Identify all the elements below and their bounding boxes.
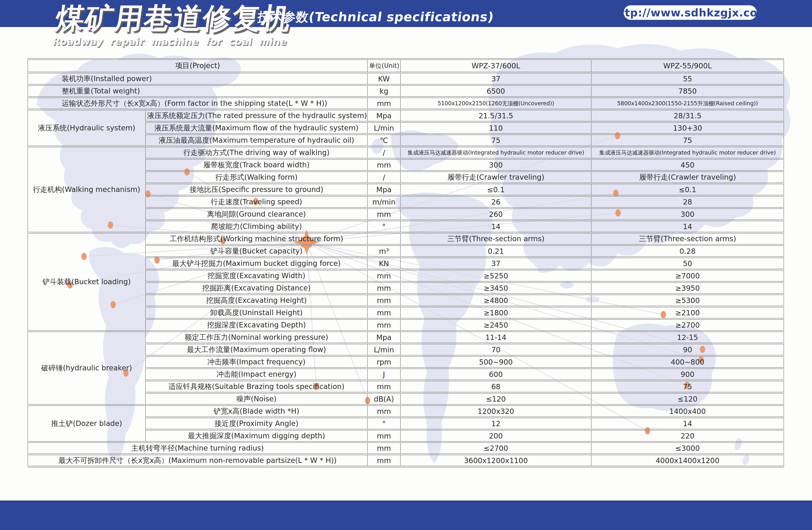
value-cell-model1: 68	[401, 380, 591, 393]
unit-cell: KW	[367, 73, 401, 85]
col-header-model1: WPZ-37/600L	[401, 59, 591, 73]
value-cell-model1: 三节臂(Three-section arms)	[401, 233, 591, 245]
unit-cell: J	[367, 368, 401, 380]
value-cell-model1: 37	[401, 73, 591, 85]
value-cell-model1: 75	[401, 134, 591, 147]
spec-item-cell: 铲斗容量(Bucket capacity)	[145, 245, 367, 257]
unit-cell: °	[367, 221, 401, 233]
spec-item-cell: 噪声(Noise)	[145, 393, 367, 405]
value-cell-model2: 7850	[591, 85, 784, 97]
unit-cell	[367, 233, 401, 245]
value-cell-model2: 集成液压马达减速器驱动(Integrated hydraulic motor r…	[591, 147, 784, 159]
spec-item-cell: 最大不可拆卸件尺寸（长x宽x高）(Maximum non-removable p…	[28, 455, 367, 467]
value-cell-model1: 3600x1200x1100	[401, 455, 591, 467]
unit-cell: /	[367, 147, 401, 159]
value-cell-model1: 5100x1200x2150(1260无顶棚(Uncovered))	[401, 97, 591, 110]
value-cell-model1: ≥1800	[401, 307, 591, 319]
spec-item-cell: 行走形式(Walking form)	[145, 171, 367, 183]
category-cell: 破碎锤(hydraulic breaker)	[28, 331, 145, 405]
spec-item-cell: 主机转弯半径(Machine turning radius)	[28, 442, 367, 455]
unit-cell: mm	[367, 455, 401, 467]
spec-row: 推土铲(Dozer blade)铲宽x高(Blade width *H)mm12…	[28, 405, 784, 418]
value-cell-model2: 14	[591, 418, 784, 430]
spec-item-cell: 行走驱动方式(The driving way of walking)	[145, 147, 367, 159]
tech-spec-heading: 技术参数(Technical specifications)	[257, 9, 495, 26]
unit-cell: L/min	[367, 344, 401, 356]
website-url-pill[interactable]: http://www.sdhkzgjx.com	[624, 5, 757, 20]
unit-cell: mm	[367, 442, 401, 455]
value-cell-model1: 6500	[401, 85, 591, 97]
category-cell: 推土铲(Dozer blade)	[28, 405, 145, 442]
spec-item-cell: 卸载高度(Uninstall Height)	[145, 307, 367, 319]
spec-item-cell: 运输状态外形尺寸（长x宽x高）(Form factor in the shipp…	[28, 97, 367, 110]
spec-item-cell: 整机重量(Total weight)	[28, 85, 367, 97]
unit-cell: °	[367, 418, 401, 430]
spec-item-cell: 额定工作压力(Nominal working pressure)	[145, 331, 367, 344]
spec-item-cell: 行走速度(Traveling speed)	[145, 196, 367, 208]
unit-cell: m/min	[367, 196, 401, 208]
unit-cell: kg	[367, 85, 401, 97]
value-cell-model2: ≤120	[591, 393, 784, 405]
value-cell-model2: 900	[591, 368, 784, 380]
spec-item-cell: 最大铲斗挖掘力(Maximum bucket digging force)	[145, 257, 367, 270]
value-cell-model2: 0.28	[591, 245, 784, 257]
value-cell-model1: 21.5/31.5	[401, 110, 591, 122]
unit-cell: ℃	[367, 134, 401, 147]
spec-item-cell: 履带板宽度(Track board width)	[145, 159, 367, 171]
value-cell-model1: ≥2450	[401, 319, 591, 331]
value-cell-model1: 200	[401, 430, 591, 442]
value-cell-model2: ≥2100	[591, 307, 784, 319]
value-cell-model1: 1200x320	[401, 405, 591, 418]
unit-cell: L/min	[367, 122, 401, 134]
value-cell-model2: ≤0.1	[591, 183, 784, 196]
value-cell-model1: ≤2700	[401, 442, 591, 455]
unit-cell: Mpa	[367, 183, 401, 196]
value-cell-model2: ≥5300	[591, 294, 784, 307]
value-cell-model1: 260	[401, 208, 591, 221]
value-cell-model1: 0.21	[401, 245, 591, 257]
category-cell: 行走机构(Walking mechanism)	[28, 147, 145, 233]
spec-row: 整机重量(Total weight)kg65007850	[28, 85, 784, 97]
col-header-project: 项目(Project)	[28, 59, 367, 73]
unit-cell: mm	[367, 430, 401, 442]
spec-row: 行走机构(Walking mechanism)行走驱动方式(The drivin…	[28, 147, 784, 159]
footer-band	[0, 501, 812, 530]
value-cell-model1: ≤120	[401, 393, 591, 405]
value-cell-model2: 12-15	[591, 331, 784, 344]
unit-cell: mm	[367, 405, 401, 418]
value-cell-model2: 三节臂(Three-section arms)	[591, 233, 784, 245]
value-cell-model1: 110	[401, 122, 591, 134]
value-cell-model2: 90	[591, 344, 784, 356]
spec-item-cell: 工作机结构形式(Working machine structure form)	[145, 233, 367, 245]
value-cell-model1: ≤0.1	[401, 183, 591, 196]
unit-cell: mm	[367, 208, 401, 221]
unit-cell: Mpa	[367, 331, 401, 344]
value-cell-model2: 75	[591, 380, 784, 393]
value-cell-model2: 400~800	[591, 356, 784, 368]
value-cell-model1: 37	[401, 257, 591, 270]
value-cell-model1: 300	[401, 159, 591, 171]
unit-cell: rpm	[367, 356, 401, 368]
spec-table: 项目(Project) 单位(Unit) WPZ-37/600L WPZ-55/…	[28, 58, 784, 468]
unit-cell: mm	[367, 380, 401, 393]
value-cell-model2: 28	[591, 196, 784, 208]
unit-cell: mm	[367, 282, 401, 294]
value-cell-model1: 集成液压马达减速器驱动(Integrated hydraulic motor r…	[401, 147, 591, 159]
spec-item-cell: 液压系统额定压力(The rated pressure of the hydra…	[145, 110, 367, 122]
unit-cell: /	[367, 171, 401, 183]
value-cell-model2: ≤3000	[591, 442, 784, 455]
value-cell-model2: 5800x1400x2300(1550-2155升顶棚(Raised ceili…	[591, 97, 784, 110]
spec-row: 主机转弯半径(Machine turning radius)mm≤2700≤30…	[28, 442, 784, 455]
value-cell-model1: ≥4800	[401, 294, 591, 307]
spec-item-cell: 液压油最高温度(Maximum temperature of hydraulic…	[145, 134, 367, 147]
spec-item-cell: 冲击频率(Impact frequency)	[145, 356, 367, 368]
unit-cell: dB(A)	[367, 393, 401, 405]
spec-item-cell: 挖掘深度(Excavating Depth)	[145, 319, 367, 331]
value-cell-model1: 26	[401, 196, 591, 208]
spec-item-cell: 最大推掘深度(Maximum digging depth)	[145, 430, 367, 442]
unit-cell: mm	[367, 319, 401, 331]
value-cell-model1: 500~900	[401, 356, 591, 368]
value-cell-model1: 14	[401, 221, 591, 233]
col-header-unit: 单位(Unit)	[367, 59, 401, 73]
spec-item-cell: 铲宽x高(Blade width *H)	[145, 405, 367, 418]
